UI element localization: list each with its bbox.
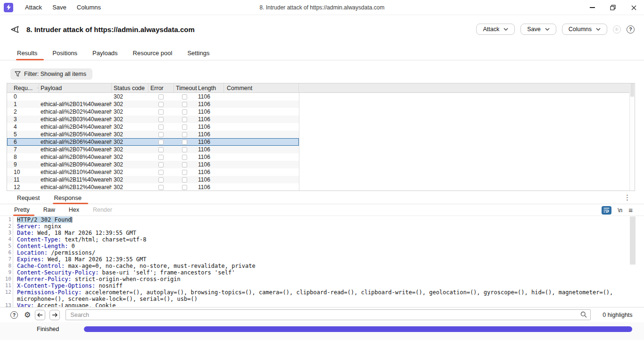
results-table-scrollbar[interactable] — [629, 83, 635, 191]
timeout-cell — [174, 147, 196, 152]
code-line[interactable]: 12Permissions-Policy: accelerometer=(), … — [0, 289, 644, 296]
column-header-status-code[interactable]: Status code — [112, 83, 149, 92]
code-line[interactable]: 6Location: /permissions/ — [0, 249, 644, 256]
code-line[interactable]: microphone=(), screen-wake-lock=(), seri… — [0, 296, 644, 302]
attack-dropdown-button[interactable]: Attack — [476, 24, 515, 35]
error-checkbox[interactable] — [158, 94, 164, 100]
filter-bar[interactable]: Filter: Showing all items — [10, 68, 92, 80]
code-line[interactable]: 2Server: nginx — [0, 223, 644, 230]
code-line[interactable]: 1HTTP/2 302 Found — [0, 216, 644, 223]
back-icon[interactable] — [9, 25, 19, 34]
timeout-checkbox[interactable] — [182, 162, 187, 167]
tab-payloads[interactable]: Payloads — [92, 46, 117, 60]
column-header-error[interactable]: Error — [149, 83, 174, 92]
tab-positions[interactable]: Positions — [52, 46, 77, 60]
code-line[interactable]: 13Vary: Accept-Language, Cookie — [0, 302, 644, 307]
table-row[interactable]: 12ethical-ali%2B12%40weareh...3021106 — [7, 183, 299, 191]
error-checkbox[interactable] — [158, 117, 164, 122]
table-row[interactable]: 3ethical-ali%2B03%40weareh...3021106 — [7, 116, 299, 123]
table-row[interactable]: 6ethical-ali%2B06%40weareh...3021106 — [7, 138, 299, 146]
search-input[interactable] — [66, 309, 591, 320]
error-checkbox[interactable] — [158, 155, 164, 160]
timeout-checkbox[interactable] — [182, 147, 187, 152]
gear-icon[interactable]: ⚙ — [24, 311, 31, 319]
error-checkbox[interactable] — [158, 140, 164, 145]
tab-resource-pool[interactable]: Resource pool — [133, 46, 173, 60]
timeout-checkbox[interactable] — [182, 177, 187, 182]
menu-columns[interactable]: Columns — [72, 0, 106, 15]
timeout-checkbox[interactable] — [182, 102, 187, 107]
view-tab-hex[interactable]: Hex — [69, 204, 79, 216]
menu-save[interactable]: Save — [47, 0, 72, 15]
code-line[interactable]: 9Content-Security-Policy: base-uri 'self… — [0, 269, 644, 276]
save-dropdown-button[interactable]: Save — [520, 24, 556, 35]
table-row[interactable]: 5ethical-ali%2B05%40weareh...3021106 — [7, 131, 299, 138]
column-header-length[interactable]: Length — [196, 83, 224, 92]
table-row[interactable]: 1ethical-ali%2B01%40weareh...3021106 — [7, 100, 299, 108]
error-checkbox[interactable] — [158, 124, 164, 130]
error-checkbox[interactable] — [158, 109, 164, 115]
code-line[interactable]: 10Referrer-Policy: strict-origin-when-cr… — [0, 276, 644, 282]
timeout-checkbox[interactable] — [182, 132, 187, 137]
request-number-cell: 12 — [7, 184, 39, 191]
view-tab-pretty[interactable]: Pretty — [14, 204, 30, 216]
tab-response[interactable]: Response — [54, 192, 82, 204]
table-row[interactable]: 11ethical-ali%2B11%40weareh...3021106 — [7, 176, 299, 183]
code-line[interactable]: 5Content-Length: 0 — [0, 243, 644, 249]
scrollbar-thumb[interactable] — [630, 216, 636, 265]
table-row[interactable]: 2ethical-ali%2B02%40weareh...3021106 — [7, 108, 299, 116]
column-header-timeout[interactable]: Timeout — [174, 83, 196, 92]
code-line[interactable]: 7Expires: Wed, 18 Mar 2026 12:39:55 GMT — [0, 256, 644, 263]
menu-attack[interactable]: Attack — [20, 0, 47, 15]
word-wrap-icon[interactable] — [602, 206, 611, 215]
show-newlines-icon[interactable]: \n — [618, 207, 622, 214]
previous-match-button[interactable] — [35, 310, 45, 320]
timeout-checkbox[interactable] — [182, 94, 187, 100]
help-icon[interactable]: ? — [627, 25, 635, 33]
tab-request[interactable]: Request — [17, 192, 40, 204]
error-checkbox[interactable] — [158, 102, 164, 107]
text-options-icon[interactable]: ≡ — [628, 207, 633, 214]
table-row[interactable]: 4ethical-ali%2B04%40weareh...3021106 — [7, 123, 299, 131]
code-line[interactable]: 11X-Content-Type-Options: nosniff — [0, 282, 644, 289]
tab-results[interactable]: Results — [17, 46, 37, 60]
code-line[interactable]: 8Cache-Control: max-age=0, no-cache, no-… — [0, 263, 644, 269]
columns-dropdown-button[interactable]: Columns — [562, 24, 607, 35]
response-scrollbar[interactable] — [630, 216, 636, 307]
error-checkbox[interactable] — [158, 177, 164, 182]
pause-button[interactable] — [613, 25, 621, 33]
timeout-checkbox[interactable] — [182, 185, 187, 190]
timeout-checkbox[interactable] — [182, 109, 187, 115]
editor-overflow-menu-icon[interactable]: ⋮ — [624, 193, 631, 202]
error-checkbox[interactable] — [158, 162, 164, 167]
table-row[interactable]: 10ethical-ali%2B10%40weareh...3021106 — [7, 168, 299, 176]
code-line[interactable]: 4Content-Type: text/html; charset=utf-8 — [0, 236, 644, 243]
scrollbar-thumb[interactable] — [630, 83, 634, 97]
response-body[interactable]: 1HTTP/2 302 Found2Server: nginx3Date: We… — [0, 216, 644, 307]
search-help-icon[interactable]: ? — [10, 311, 18, 319]
close-button[interactable] — [623, 0, 644, 15]
table-row[interactable]: 03021106 — [7, 93, 299, 100]
error-checkbox[interactable] — [158, 185, 164, 190]
error-checkbox[interactable] — [158, 170, 164, 175]
timeout-checkbox[interactable] — [182, 155, 187, 160]
timeout-checkbox[interactable] — [182, 117, 187, 122]
tab-settings[interactable]: Settings — [187, 46, 209, 60]
error-checkbox[interactable] — [158, 132, 164, 137]
request-number-cell: 0 — [7, 93, 39, 100]
table-row[interactable]: 8ethical-ali%2B08%40weareh...3021106 — [7, 153, 299, 161]
table-row[interactable]: 7ethical-ali%2B07%40weareh...3021106 — [7, 146, 299, 153]
column-header-comment[interactable]: Comment — [224, 83, 299, 92]
timeout-checkbox[interactable] — [182, 140, 187, 145]
minimize-button[interactable] — [582, 0, 603, 15]
column-header-request[interactable]: Requ... — [7, 83, 39, 92]
timeout-checkbox[interactable] — [182, 124, 187, 130]
view-tab-raw[interactable]: Raw — [43, 204, 55, 216]
next-match-button[interactable] — [50, 310, 60, 320]
code-line[interactable]: 3Date: Wed, 18 Mar 2026 12:39:55 GMT — [0, 230, 644, 236]
table-row[interactable]: 9ethical-ali%2B09%40weareh...3021106 — [7, 161, 299, 168]
timeout-checkbox[interactable] — [182, 170, 187, 175]
column-header-payload[interactable]: Payload — [39, 83, 112, 92]
restore-button[interactable] — [603, 0, 623, 15]
error-checkbox[interactable] — [158, 147, 164, 152]
